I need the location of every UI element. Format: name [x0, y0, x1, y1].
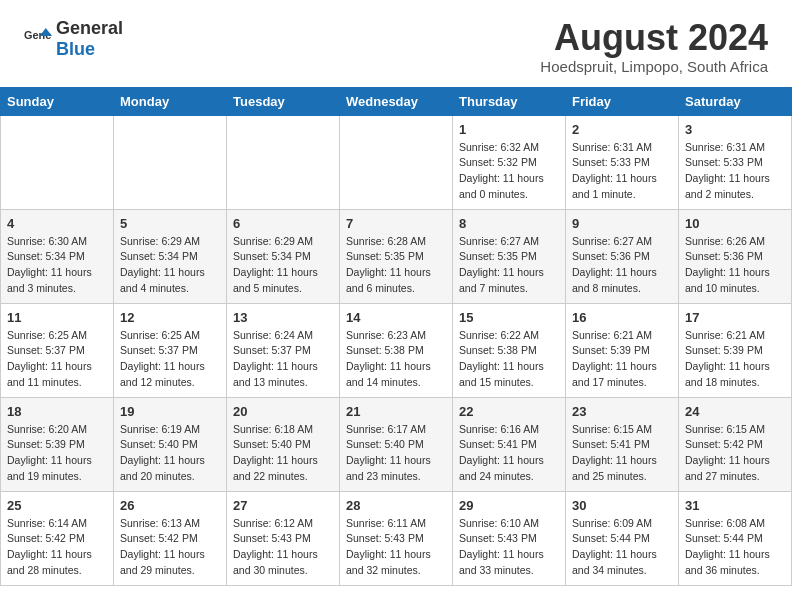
day-cell: 22Sunrise: 6:16 AMSunset: 5:41 PMDayligh…: [453, 397, 566, 491]
day-cell: [1, 115, 114, 209]
day-info: Sunrise: 6:32 AMSunset: 5:32 PMDaylight:…: [459, 140, 559, 203]
day-info: Sunrise: 6:27 AMSunset: 5:35 PMDaylight:…: [459, 234, 559, 297]
week-row-1: 1Sunrise: 6:32 AMSunset: 5:32 PMDaylight…: [1, 115, 792, 209]
day-cell: 29Sunrise: 6:10 AMSunset: 5:43 PMDayligh…: [453, 491, 566, 585]
day-number: 10: [685, 216, 785, 231]
day-info: Sunrise: 6:25 AMSunset: 5:37 PMDaylight:…: [7, 328, 107, 391]
day-info: Sunrise: 6:14 AMSunset: 5:42 PMDaylight:…: [7, 516, 107, 579]
day-info: Sunrise: 6:08 AMSunset: 5:44 PMDaylight:…: [685, 516, 785, 579]
day-cell: 27Sunrise: 6:12 AMSunset: 5:43 PMDayligh…: [227, 491, 340, 585]
day-number: 30: [572, 498, 672, 513]
day-info: Sunrise: 6:23 AMSunset: 5:38 PMDaylight:…: [346, 328, 446, 391]
day-cell: 16Sunrise: 6:21 AMSunset: 5:39 PMDayligh…: [566, 303, 679, 397]
weekday-header-row: SundayMondayTuesdayWednesdayThursdayFrid…: [1, 87, 792, 115]
logo-blue: Blue: [56, 39, 95, 59]
main-title: August 2024: [540, 18, 768, 58]
week-row-2: 4Sunrise: 6:30 AMSunset: 5:34 PMDaylight…: [1, 209, 792, 303]
day-number: 24: [685, 404, 785, 419]
day-info: Sunrise: 6:09 AMSunset: 5:44 PMDaylight:…: [572, 516, 672, 579]
weekday-header-saturday: Saturday: [679, 87, 792, 115]
day-cell: 3Sunrise: 6:31 AMSunset: 5:33 PMDaylight…: [679, 115, 792, 209]
day-info: Sunrise: 6:25 AMSunset: 5:37 PMDaylight:…: [120, 328, 220, 391]
weekday-header-monday: Monday: [114, 87, 227, 115]
day-number: 11: [7, 310, 107, 325]
day-info: Sunrise: 6:22 AMSunset: 5:38 PMDaylight:…: [459, 328, 559, 391]
day-cell: 13Sunrise: 6:24 AMSunset: 5:37 PMDayligh…: [227, 303, 340, 397]
day-info: Sunrise: 6:21 AMSunset: 5:39 PMDaylight:…: [685, 328, 785, 391]
page-header: Gene General Blue August 2024 Hoedspruit…: [0, 0, 792, 83]
day-number: 6: [233, 216, 333, 231]
day-number: 7: [346, 216, 446, 231]
week-row-4: 18Sunrise: 6:20 AMSunset: 5:39 PMDayligh…: [1, 397, 792, 491]
logo: Gene General Blue: [24, 18, 123, 60]
day-cell: 7Sunrise: 6:28 AMSunset: 5:35 PMDaylight…: [340, 209, 453, 303]
day-info: Sunrise: 6:29 AMSunset: 5:34 PMDaylight:…: [120, 234, 220, 297]
day-number: 31: [685, 498, 785, 513]
day-number: 12: [120, 310, 220, 325]
day-info: Sunrise: 6:13 AMSunset: 5:42 PMDaylight:…: [120, 516, 220, 579]
day-info: Sunrise: 6:18 AMSunset: 5:40 PMDaylight:…: [233, 422, 333, 485]
day-number: 8: [459, 216, 559, 231]
day-number: 2: [572, 122, 672, 137]
day-number: 16: [572, 310, 672, 325]
day-cell: 20Sunrise: 6:18 AMSunset: 5:40 PMDayligh…: [227, 397, 340, 491]
day-cell: [340, 115, 453, 209]
day-cell: 21Sunrise: 6:17 AMSunset: 5:40 PMDayligh…: [340, 397, 453, 491]
day-number: 3: [685, 122, 785, 137]
day-info: Sunrise: 6:10 AMSunset: 5:43 PMDaylight:…: [459, 516, 559, 579]
day-number: 19: [120, 404, 220, 419]
day-number: 5: [120, 216, 220, 231]
day-cell: 18Sunrise: 6:20 AMSunset: 5:39 PMDayligh…: [1, 397, 114, 491]
day-number: 9: [572, 216, 672, 231]
day-info: Sunrise: 6:16 AMSunset: 5:41 PMDaylight:…: [459, 422, 559, 485]
title-block: August 2024 Hoedspruit, Limpopo, South A…: [540, 18, 768, 75]
day-info: Sunrise: 6:15 AMSunset: 5:41 PMDaylight:…: [572, 422, 672, 485]
day-cell: 24Sunrise: 6:15 AMSunset: 5:42 PMDayligh…: [679, 397, 792, 491]
day-info: Sunrise: 6:15 AMSunset: 5:42 PMDaylight:…: [685, 422, 785, 485]
day-cell: 2Sunrise: 6:31 AMSunset: 5:33 PMDaylight…: [566, 115, 679, 209]
day-info: Sunrise: 6:17 AMSunset: 5:40 PMDaylight:…: [346, 422, 446, 485]
day-number: 28: [346, 498, 446, 513]
day-info: Sunrise: 6:31 AMSunset: 5:33 PMDaylight:…: [572, 140, 672, 203]
day-number: 1: [459, 122, 559, 137]
day-cell: 6Sunrise: 6:29 AMSunset: 5:34 PMDaylight…: [227, 209, 340, 303]
day-cell: 26Sunrise: 6:13 AMSunset: 5:42 PMDayligh…: [114, 491, 227, 585]
day-number: 29: [459, 498, 559, 513]
day-number: 27: [233, 498, 333, 513]
day-number: 18: [7, 404, 107, 419]
day-cell: 15Sunrise: 6:22 AMSunset: 5:38 PMDayligh…: [453, 303, 566, 397]
day-cell: 10Sunrise: 6:26 AMSunset: 5:36 PMDayligh…: [679, 209, 792, 303]
day-info: Sunrise: 6:19 AMSunset: 5:40 PMDaylight:…: [120, 422, 220, 485]
day-cell: [114, 115, 227, 209]
day-info: Sunrise: 6:21 AMSunset: 5:39 PMDaylight:…: [572, 328, 672, 391]
day-info: Sunrise: 6:24 AMSunset: 5:37 PMDaylight:…: [233, 328, 333, 391]
day-number: 17: [685, 310, 785, 325]
day-cell: 19Sunrise: 6:19 AMSunset: 5:40 PMDayligh…: [114, 397, 227, 491]
day-cell: 5Sunrise: 6:29 AMSunset: 5:34 PMDaylight…: [114, 209, 227, 303]
day-info: Sunrise: 6:29 AMSunset: 5:34 PMDaylight:…: [233, 234, 333, 297]
day-number: 15: [459, 310, 559, 325]
day-info: Sunrise: 6:26 AMSunset: 5:36 PMDaylight:…: [685, 234, 785, 297]
day-cell: 17Sunrise: 6:21 AMSunset: 5:39 PMDayligh…: [679, 303, 792, 397]
day-cell: 31Sunrise: 6:08 AMSunset: 5:44 PMDayligh…: [679, 491, 792, 585]
day-cell: 11Sunrise: 6:25 AMSunset: 5:37 PMDayligh…: [1, 303, 114, 397]
weekday-header-wednesday: Wednesday: [340, 87, 453, 115]
day-info: Sunrise: 6:30 AMSunset: 5:34 PMDaylight:…: [7, 234, 107, 297]
day-number: 25: [7, 498, 107, 513]
day-info: Sunrise: 6:27 AMSunset: 5:36 PMDaylight:…: [572, 234, 672, 297]
day-cell: 9Sunrise: 6:27 AMSunset: 5:36 PMDaylight…: [566, 209, 679, 303]
day-cell: 28Sunrise: 6:11 AMSunset: 5:43 PMDayligh…: [340, 491, 453, 585]
day-number: 22: [459, 404, 559, 419]
day-cell: 1Sunrise: 6:32 AMSunset: 5:32 PMDaylight…: [453, 115, 566, 209]
day-info: Sunrise: 6:12 AMSunset: 5:43 PMDaylight:…: [233, 516, 333, 579]
day-cell: 8Sunrise: 6:27 AMSunset: 5:35 PMDaylight…: [453, 209, 566, 303]
day-number: 20: [233, 404, 333, 419]
day-info: Sunrise: 6:20 AMSunset: 5:39 PMDaylight:…: [7, 422, 107, 485]
week-row-5: 25Sunrise: 6:14 AMSunset: 5:42 PMDayligh…: [1, 491, 792, 585]
day-info: Sunrise: 6:28 AMSunset: 5:35 PMDaylight:…: [346, 234, 446, 297]
logo-icon: Gene: [24, 25, 52, 53]
day-cell: 12Sunrise: 6:25 AMSunset: 5:37 PMDayligh…: [114, 303, 227, 397]
logo-general: General: [56, 18, 123, 38]
day-cell: 14Sunrise: 6:23 AMSunset: 5:38 PMDayligh…: [340, 303, 453, 397]
calendar-table: SundayMondayTuesdayWednesdayThursdayFrid…: [0, 87, 792, 586]
